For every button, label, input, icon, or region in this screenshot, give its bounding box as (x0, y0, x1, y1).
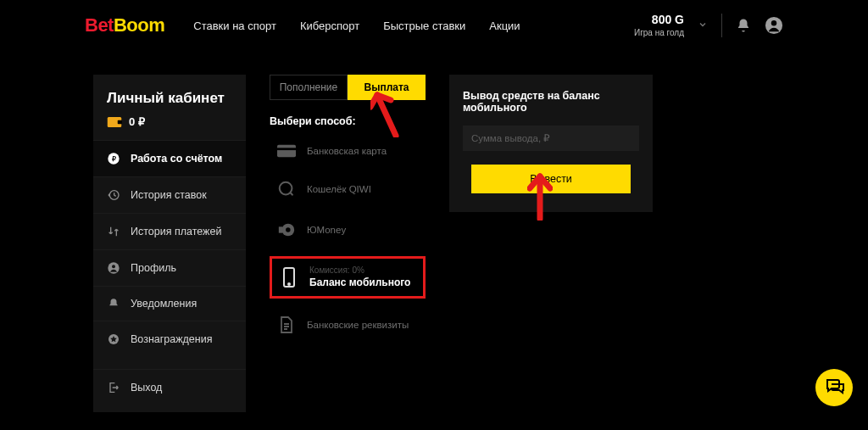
sidebar-item-label: Уведомления (131, 298, 197, 310)
method-label: Банковская карта (307, 146, 387, 156)
header-right: 800 G Игра на голд (634, 13, 783, 38)
sidebar-item-label: Профиль (131, 262, 176, 274)
method-card[interactable]: Банковская карта (270, 139, 426, 163)
sidebar-gap (93, 357, 246, 369)
phone-icon (279, 266, 299, 288)
yoomoney-icon (276, 221, 297, 239)
method-list: Банковская карта Кошелёк QIWI ЮMoney Ком… (270, 139, 426, 339)
sidebar-item-label: Вознаграждения (131, 333, 212, 345)
document-icon (276, 316, 297, 334)
history-icon (107, 188, 120, 202)
sidebar-item-logout[interactable]: Выход (93, 369, 246, 405)
svg-point-12 (280, 182, 292, 195)
logo-part-b: Boom (114, 14, 164, 36)
method-mobile-balance[interactable]: Комиссия: 0% Баланс мобильного (270, 256, 426, 299)
choose-method-label: Выбери способ: (270, 115, 426, 127)
sidebar-balance-value: 0 ₽ (129, 115, 145, 128)
method-fee: Комиссия: 0% (309, 265, 410, 276)
sidebar-item-bet-history[interactable]: История ставок (93, 176, 246, 213)
bell-icon[interactable] (736, 18, 751, 33)
logo-part-a: Bet (85, 14, 114, 36)
wallet-icon (107, 116, 122, 128)
transfer-icon (107, 225, 120, 238)
method-label: Банковские реквизиты (307, 320, 409, 330)
balance-block[interactable]: 800 G Игра на голд (634, 13, 684, 38)
sidebar-item-label: Выход (131, 382, 162, 394)
tab-withdraw[interactable]: Выплата (348, 75, 426, 100)
top-nav: Ставки на спорт Киберспорт Быстрые ставк… (193, 20, 520, 32)
withdraw-button[interactable]: Вывести (471, 165, 630, 193)
svg-rect-15 (279, 226, 283, 232)
logout-icon (107, 381, 120, 394)
header: BetBoom Ставки на спорт Киберспорт Быстр… (0, 0, 868, 51)
sidebar-item-profile[interactable]: Профиль (93, 249, 246, 286)
svg-rect-11 (277, 148, 296, 150)
card-icon (276, 144, 297, 158)
sidebar-item-rewards[interactable]: Вознаграждения (93, 321, 246, 357)
qiwi-icon (276, 180, 297, 198)
withdraw-panel: Вывод средств на баланс мобильного Вывес… (449, 75, 653, 212)
nav-esports[interactable]: Киберспорт (300, 20, 359, 32)
chat-button[interactable] (815, 369, 853, 406)
svg-text:₽: ₽ (112, 155, 116, 163)
method-label: Кошелёк QIWI (307, 184, 371, 194)
sidebar-item-label: История ставок (131, 189, 207, 201)
method-labels: Комиссия: 0% Баланс мобильного (309, 265, 410, 289)
method-bank-details[interactable]: Банковские реквизиты (270, 310, 426, 339)
balance-value: 800 G (634, 13, 684, 28)
panel-title: Вывод средств на баланс мобильного (463, 90, 639, 114)
method-label: ЮMoney (307, 225, 346, 235)
sidebar-item-label: Работа со счётом (131, 153, 222, 165)
star-icon (107, 332, 120, 346)
nav-fast-bets[interactable]: Быстрые ставки (383, 20, 465, 32)
method-qiwi[interactable]: Кошелёк QIWI (270, 175, 426, 204)
svg-rect-3 (118, 120, 122, 124)
bell-icon (107, 298, 120, 310)
sidebar-list: ₽ Работа со счётом История ставок Истори… (93, 140, 246, 405)
svg-point-17 (288, 283, 290, 285)
sidebar-balance: 0 ₽ (93, 115, 246, 140)
method-yoomoney[interactable]: ЮMoney (270, 215, 426, 244)
sidebar-item-account[interactable]: ₽ Работа со счётом (93, 140, 246, 176)
svg-point-8 (112, 265, 115, 268)
profile-icon[interactable] (765, 16, 783, 35)
svg-rect-10 (277, 145, 296, 158)
balance-mode: Игра на голд (634, 28, 684, 39)
user-icon (107, 261, 120, 275)
tab-deposit[interactable]: Пополнение (270, 75, 348, 100)
logo[interactable]: BetBoom (85, 14, 164, 36)
sidebar-title: Личный кабинет (93, 75, 246, 115)
svg-point-1 (771, 20, 776, 25)
separator (721, 14, 722, 37)
svg-point-14 (286, 227, 291, 232)
ruble-icon: ₽ (107, 152, 120, 165)
nav-sports[interactable]: Ставки на спорт (193, 20, 276, 32)
methods-column: Пополнение Выплата Выбери способ: Банков… (270, 75, 426, 339)
sidebar: Личный кабинет 0 ₽ ₽ Работа со счётом Ис… (93, 75, 246, 412)
chevron-down-icon[interactable] (698, 18, 708, 33)
nav-promo[interactable]: Акции (489, 20, 520, 32)
deposit-withdraw-tabs: Пополнение Выплата (270, 75, 426, 100)
chat-icon (824, 376, 844, 399)
sidebar-item-notifications[interactable]: Уведомления (93, 286, 246, 321)
sidebar-item-payment-history[interactable]: История платежей (93, 213, 246, 249)
amount-input[interactable] (463, 126, 639, 151)
method-label: Баланс мобильного (309, 276, 410, 289)
sidebar-item-label: История платежей (131, 226, 221, 237)
